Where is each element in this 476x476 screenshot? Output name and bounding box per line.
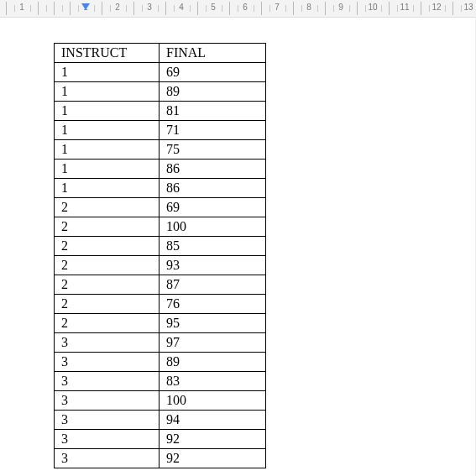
ruler-tick [285, 5, 286, 12]
table-row: 269 [55, 198, 266, 217]
table-row: 175 [55, 140, 266, 160]
cell-final[interactable]: 100 [160, 391, 266, 411]
cell-instruct[interactable]: 3 [55, 333, 160, 353]
cell-instruct[interactable]: 2 [55, 217, 160, 237]
cell-final[interactable]: 76 [160, 295, 266, 314]
cell-instruct[interactable]: 2 [55, 275, 160, 295]
ruler-tick [46, 5, 47, 12]
ruler-tick [269, 5, 270, 12]
cell-final[interactable]: 93 [160, 256, 266, 275]
ruler-tick [78, 5, 79, 12]
table-row: 295 [55, 314, 266, 333]
cell-final[interactable]: 100 [160, 217, 266, 237]
cell-instruct[interactable]: 3 [55, 430, 160, 449]
ruler-tick [158, 5, 159, 12]
table-header-final[interactable]: FINAL [160, 44, 266, 63]
table-row: 189 [55, 82, 266, 102]
ruler-tick [325, 2, 326, 15]
cell-final[interactable]: 71 [160, 121, 266, 140]
ruler-tick [165, 2, 166, 15]
ruler-tick [301, 5, 302, 12]
table-row: 287 [55, 275, 266, 295]
cell-instruct[interactable]: 3 [55, 372, 160, 391]
ruler-tick [293, 2, 294, 15]
cell-final[interactable]: 94 [160, 411, 266, 430]
cell-final[interactable]: 86 [160, 160, 266, 179]
ruler-tick [389, 2, 390, 15]
table-header-instruct[interactable]: INSTRUCT [55, 44, 160, 63]
ruler-tick [94, 5, 95, 12]
cell-final[interactable]: 92 [160, 449, 266, 468]
ruler-tick [38, 2, 39, 15]
data-table-container: INSTRUCT FINAL 1691891811711751861862692… [54, 43, 265, 468]
table-row: 392 [55, 430, 266, 449]
document-page[interactable]: INSTRUCT FINAL 1691891811711751861862692… [0, 18, 476, 476]
ruler-tick [30, 5, 31, 12]
data-table[interactable]: INSTRUCT FINAL 1691891811711751861862692… [54, 43, 266, 468]
ruler-tick [62, 5, 63, 12]
cell-final[interactable]: 87 [160, 275, 266, 295]
ruler-tick [317, 5, 318, 12]
cell-instruct[interactable]: 2 [55, 198, 160, 217]
cell-final[interactable]: 69 [160, 63, 266, 82]
ruler-tick [349, 5, 350, 12]
ruler-tick [190, 5, 191, 12]
cell-instruct[interactable]: 1 [55, 121, 160, 140]
cell-instruct[interactable]: 2 [55, 237, 160, 256]
cell-instruct[interactable]: 1 [55, 102, 160, 121]
cell-final[interactable]: 75 [160, 140, 266, 160]
cell-instruct[interactable]: 2 [55, 295, 160, 314]
table-row: 2100 [55, 217, 266, 237]
ruler-tick [6, 2, 7, 15]
cell-final[interactable]: 85 [160, 237, 266, 256]
table-row: 3100 [55, 391, 266, 411]
cell-instruct[interactable]: 1 [55, 82, 160, 102]
cell-final[interactable]: 95 [160, 314, 266, 333]
cell-instruct[interactable]: 1 [55, 140, 160, 160]
cell-instruct[interactable]: 1 [55, 160, 160, 179]
ruler-tick [197, 2, 198, 15]
ruler-tick [174, 5, 175, 12]
table-row: 186 [55, 179, 266, 198]
indent-marker-icon[interactable] [81, 3, 90, 10]
table-row: 397 [55, 333, 266, 353]
ruler-tick [54, 2, 55, 15]
cell-final[interactable]: 81 [160, 102, 266, 121]
cell-final[interactable]: 97 [160, 333, 266, 353]
cell-instruct[interactable]: 3 [55, 391, 160, 411]
cell-final[interactable]: 92 [160, 430, 266, 449]
table-row: 276 [55, 295, 266, 314]
ruler-tick [381, 5, 382, 12]
cell-final[interactable]: 89 [160, 353, 266, 372]
ruler-tick [452, 2, 453, 15]
cell-final[interactable]: 83 [160, 372, 266, 391]
table-row: 392 [55, 449, 266, 468]
ruler-tick [254, 5, 254, 12]
table-row: 171 [55, 121, 266, 140]
cell-instruct[interactable]: 2 [55, 256, 160, 275]
ruler-tick [429, 5, 430, 12]
cell-instruct[interactable]: 1 [55, 179, 160, 198]
table-row: 293 [55, 256, 266, 275]
ruler-tick [397, 5, 398, 12]
ruler-tick [133, 2, 134, 15]
ruler-tick [14, 5, 15, 12]
cell-instruct[interactable]: 3 [55, 353, 160, 372]
ruler-tick [365, 5, 366, 12]
cell-instruct[interactable]: 2 [55, 314, 160, 333]
ruler-tick [222, 5, 222, 12]
cell-final[interactable]: 69 [160, 198, 266, 217]
ruler-tick [102, 2, 102, 15]
ruler-tick [142, 5, 143, 12]
table-header-row: INSTRUCT FINAL [55, 44, 266, 63]
ruler-tick [229, 2, 230, 15]
table-row: 181 [55, 102, 266, 121]
ruler-tick [421, 2, 421, 15]
horizontal-ruler[interactable]: 112345678910111213 [0, 0, 476, 18]
cell-final[interactable]: 89 [160, 82, 266, 102]
cell-instruct[interactable]: 3 [55, 411, 160, 430]
ruler-tick [445, 5, 446, 12]
cell-instruct[interactable]: 1 [55, 63, 160, 82]
cell-final[interactable]: 86 [160, 179, 266, 198]
cell-instruct[interactable]: 3 [55, 449, 160, 468]
